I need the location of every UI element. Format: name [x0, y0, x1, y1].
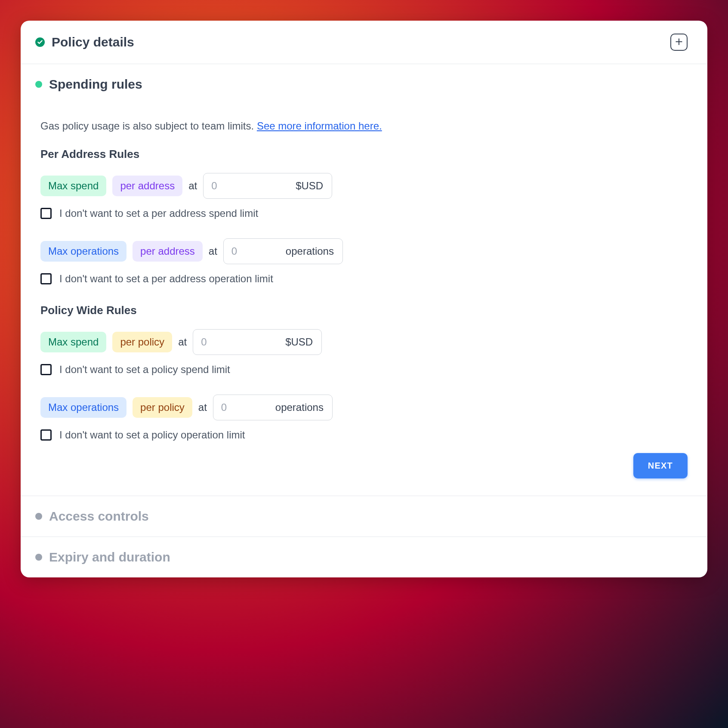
- policy-ops-input-wrap: operations: [213, 395, 333, 420]
- expiry-title: Expiry and duration: [49, 550, 170, 565]
- per-address-chip: per address: [133, 241, 203, 262]
- usd-suffix: $USD: [296, 180, 323, 192]
- policy-spend-optout-row: I don't want to set a policy spend limit: [40, 364, 688, 376]
- policy-ops-optout-row: I don't want to set a policy operation l…: [40, 429, 688, 441]
- policy-spend-optout-label: I don't want to set a policy spend limit: [59, 364, 230, 376]
- per-address-spend-optout-row: I don't want to set a per address spend …: [40, 207, 688, 219]
- at-label: at: [188, 180, 197, 192]
- max-spend-chip: Max spend: [40, 176, 106, 196]
- policy-ops-optout-checkbox[interactable]: [40, 429, 52, 441]
- per-address-ops-optout-label: I don't want to set a per address operat…: [59, 273, 273, 285]
- per-address-spend-input[interactable]: [211, 180, 289, 192]
- actions-row: NEXT: [40, 453, 688, 478]
- team-limits-link[interactable]: See more information here.: [257, 120, 382, 132]
- policy-card: Policy details Spending rules Gas policy…: [21, 21, 707, 577]
- expiry-header[interactable]: Expiry and duration: [21, 537, 707, 577]
- policy-details-header: Policy details: [21, 21, 707, 64]
- at-label: at: [178, 336, 187, 348]
- at-label: at: [198, 401, 207, 413]
- per-address-heading: Per Address Rules: [40, 148, 688, 161]
- at-label: at: [209, 245, 217, 257]
- policy-spend-input-wrap: $USD: [193, 329, 322, 355]
- spending-rules-body: Gas policy usage is also subject to team…: [21, 105, 707, 496]
- active-dot-icon: [35, 81, 42, 88]
- policy-spend-optout-checkbox[interactable]: [40, 364, 52, 375]
- plus-icon: [675, 37, 683, 47]
- per-address-ops-input-wrap: operations: [223, 238, 343, 264]
- spending-rules-title: Spending rules: [49, 77, 142, 92]
- per-policy-chip: per policy: [133, 397, 192, 418]
- max-operations-chip: Max operations: [40, 397, 126, 418]
- policy-wide-heading: Policy Wide Rules: [40, 304, 688, 317]
- max-operations-chip: Max operations: [40, 241, 126, 262]
- access-controls-title: Access controls: [49, 509, 149, 524]
- per-address-spend-input-wrap: $USD: [203, 173, 332, 199]
- policy-ops-row: Max operations per policy at operations: [40, 395, 688, 420]
- inactive-dot-icon: [35, 554, 42, 561]
- expand-button[interactable]: [670, 34, 688, 51]
- policy-ops-input[interactable]: [221, 401, 268, 413]
- policy-spend-row: Max spend per policy at $USD: [40, 329, 688, 355]
- intro-prefix: Gas policy usage is also subject to team…: [40, 120, 257, 132]
- policy-spend-input[interactable]: [201, 336, 278, 348]
- intro-text: Gas policy usage is also subject to team…: [40, 120, 688, 132]
- inactive-dot-icon: [35, 513, 42, 520]
- next-button[interactable]: NEXT: [633, 453, 688, 478]
- policy-details-title: Policy details: [52, 35, 134, 49]
- per-address-ops-optout-row: I don't want to set a per address operat…: [40, 273, 688, 285]
- check-circle-icon: [35, 37, 45, 47]
- per-address-ops-input[interactable]: [231, 245, 279, 257]
- per-address-ops-optout-checkbox[interactable]: [40, 273, 52, 284]
- max-spend-chip: Max spend: [40, 332, 106, 352]
- per-address-spend-row: Max spend per address at $USD: [40, 173, 688, 199]
- operations-suffix: operations: [286, 245, 334, 257]
- per-policy-chip: per policy: [112, 332, 172, 352]
- per-address-ops-row: Max operations per address at operations: [40, 238, 688, 264]
- operations-suffix: operations: [275, 401, 324, 413]
- policy-ops-optout-label: I don't want to set a policy operation l…: [59, 429, 245, 441]
- per-address-spend-optout-checkbox[interactable]: [40, 208, 52, 219]
- access-controls-header[interactable]: Access controls: [21, 496, 707, 537]
- spending-rules-header: Spending rules: [21, 64, 707, 105]
- usd-suffix: $USD: [285, 336, 313, 348]
- per-address-chip: per address: [112, 176, 182, 196]
- per-address-spend-optout-label: I don't want to set a per address spend …: [59, 207, 258, 219]
